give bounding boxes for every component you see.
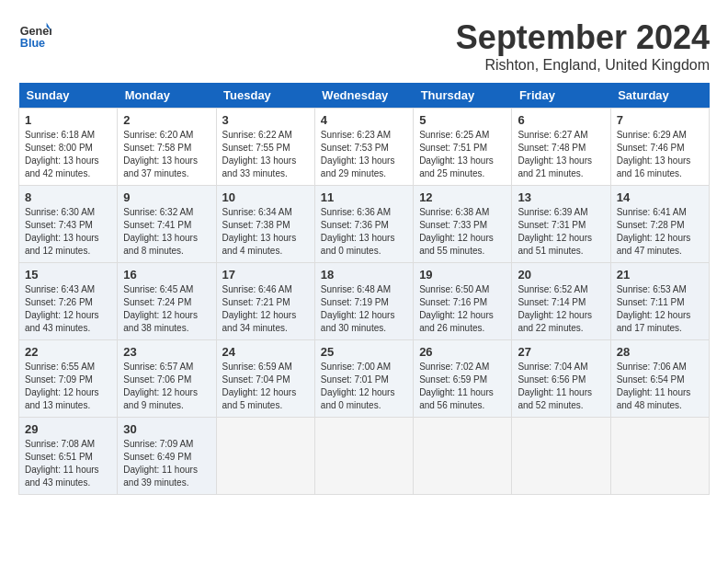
calendar-cell: 11Sunrise: 6:36 AMSunset: 7:36 PMDayligh… — [314, 186, 413, 263]
calendar-cell: 27Sunrise: 7:04 AMSunset: 6:56 PMDayligh… — [512, 340, 610, 418]
calendar-cell: 14Sunrise: 6:41 AMSunset: 7:28 PMDayligh… — [610, 186, 709, 263]
day-info: Sunrise: 6:45 AMSunset: 7:24 PMDaylight:… — [123, 283, 210, 335]
day-number: 9 — [123, 190, 210, 204]
day-info: Sunrise: 6:46 AMSunset: 7:21 PMDaylight:… — [222, 283, 309, 335]
day-info: Sunrise: 6:53 AMSunset: 7:11 PMDaylight:… — [617, 283, 703, 335]
location-title: Rishton, England, United Kingdom — [456, 57, 710, 74]
day-number: 29 — [25, 422, 111, 436]
column-header-thursday: Thursday — [414, 83, 512, 109]
calendar-cell: 25Sunrise: 7:00 AMSunset: 7:01 PMDayligh… — [314, 340, 413, 418]
day-number: 17 — [222, 268, 309, 282]
calendar-cell: 16Sunrise: 6:45 AMSunset: 7:24 PMDayligh… — [118, 263, 216, 340]
day-number: 23 — [123, 345, 210, 359]
day-number: 16 — [123, 268, 210, 282]
day-number: 2 — [123, 113, 210, 127]
calendar-cell — [414, 418, 512, 495]
day-number: 24 — [222, 345, 309, 359]
day-number: 5 — [419, 113, 506, 127]
calendar-cell: 20Sunrise: 6:52 AMSunset: 7:14 PMDayligh… — [512, 263, 610, 340]
calendar-cell: 18Sunrise: 6:48 AMSunset: 7:19 PMDayligh… — [314, 263, 413, 340]
calendar-cell: 12Sunrise: 6:38 AMSunset: 7:33 PMDayligh… — [414, 186, 512, 263]
calendar-cell: 3Sunrise: 6:22 AMSunset: 7:55 PMDaylight… — [216, 109, 314, 186]
day-info: Sunrise: 7:08 AMSunset: 6:51 PMDaylight:… — [25, 438, 111, 489]
calendar-cell: 28Sunrise: 7:06 AMSunset: 6:54 PMDayligh… — [610, 340, 709, 418]
day-info: Sunrise: 6:36 AMSunset: 7:36 PMDaylight:… — [321, 206, 407, 258]
day-info: Sunrise: 6:32 AMSunset: 7:41 PMDaylight:… — [123, 206, 210, 258]
day-info: Sunrise: 6:38 AMSunset: 7:33 PMDaylight:… — [419, 206, 506, 258]
column-header-friday: Friday — [512, 83, 610, 109]
day-number: 12 — [419, 190, 506, 204]
calendar-table: SundayMondayTuesdayWednesdayThursdayFrid… — [18, 83, 710, 495]
day-info: Sunrise: 6:48 AMSunset: 7:19 PMDaylight:… — [321, 283, 407, 335]
day-info: Sunrise: 7:06 AMSunset: 6:54 PMDaylight:… — [617, 361, 703, 412]
day-number: 20 — [518, 268, 604, 282]
day-info: Sunrise: 6:34 AMSunset: 7:38 PMDaylight:… — [222, 206, 309, 258]
column-header-sunday: Sunday — [19, 83, 118, 109]
svg-text:Blue: Blue — [20, 37, 45, 50]
calendar-week-5: 29Sunrise: 7:08 AMSunset: 6:51 PMDayligh… — [19, 418, 710, 495]
day-number: 25 — [321, 345, 407, 359]
logo-icon: General Blue — [18, 18, 51, 52]
day-info: Sunrise: 6:39 AMSunset: 7:31 PMDaylight:… — [518, 206, 604, 258]
day-info: Sunrise: 7:02 AMSunset: 6:59 PMDaylight:… — [419, 361, 506, 412]
calendar-week-4: 22Sunrise: 6:55 AMSunset: 7:09 PMDayligh… — [19, 340, 710, 418]
day-info: Sunrise: 6:43 AMSunset: 7:26 PMDaylight:… — [25, 283, 111, 335]
day-number: 4 — [321, 113, 407, 127]
day-info: Sunrise: 7:00 AMSunset: 7:01 PMDaylight:… — [321, 361, 407, 412]
day-info: Sunrise: 6:57 AMSunset: 7:06 PMDaylight:… — [123, 361, 210, 412]
calendar-cell — [610, 418, 709, 495]
calendar-cell: 24Sunrise: 6:59 AMSunset: 7:04 PMDayligh… — [216, 340, 314, 418]
header: General Blue September 2024 Rishton, Eng… — [18, 18, 710, 74]
column-header-monday: Monday — [118, 83, 216, 109]
day-info: Sunrise: 6:55 AMSunset: 7:09 PMDaylight:… — [25, 361, 111, 412]
day-number: 8 — [25, 190, 111, 204]
calendar-week-1: 1Sunrise: 6:18 AMSunset: 8:00 PMDaylight… — [19, 109, 710, 186]
calendar-body: 1Sunrise: 6:18 AMSunset: 8:00 PMDaylight… — [19, 109, 710, 495]
day-info: Sunrise: 6:41 AMSunset: 7:28 PMDaylight:… — [617, 206, 703, 258]
title-area: September 2024 Rishton, England, United … — [456, 18, 710, 74]
day-info: Sunrise: 7:04 AMSunset: 6:56 PMDaylight:… — [518, 361, 604, 412]
calendar-cell: 6Sunrise: 6:27 AMSunset: 7:48 PMDaylight… — [512, 109, 610, 186]
calendar-cell: 13Sunrise: 6:39 AMSunset: 7:31 PMDayligh… — [512, 186, 610, 263]
calendar-cell: 29Sunrise: 7:08 AMSunset: 6:51 PMDayligh… — [19, 418, 118, 495]
calendar-cell — [216, 418, 314, 495]
calendar-cell: 7Sunrise: 6:29 AMSunset: 7:46 PMDaylight… — [610, 109, 709, 186]
day-number: 18 — [321, 268, 407, 282]
day-info: Sunrise: 6:18 AMSunset: 8:00 PMDaylight:… — [25, 129, 111, 180]
day-number: 21 — [617, 268, 703, 282]
calendar-cell: 4Sunrise: 6:23 AMSunset: 7:53 PMDaylight… — [314, 109, 413, 186]
column-header-tuesday: Tuesday — [216, 83, 314, 109]
day-info: Sunrise: 7:09 AMSunset: 6:49 PMDaylight:… — [123, 438, 210, 489]
day-info: Sunrise: 6:25 AMSunset: 7:51 PMDaylight:… — [419, 129, 506, 180]
day-number: 1 — [25, 113, 111, 127]
day-number: 30 — [123, 422, 210, 436]
day-number: 27 — [518, 345, 604, 359]
day-info: Sunrise: 6:22 AMSunset: 7:55 PMDaylight:… — [222, 129, 309, 180]
day-number: 6 — [518, 113, 604, 127]
day-info: Sunrise: 6:23 AMSunset: 7:53 PMDaylight:… — [321, 129, 407, 180]
logo: General Blue — [18, 18, 51, 52]
day-number: 28 — [617, 345, 703, 359]
day-info: Sunrise: 6:20 AMSunset: 7:58 PMDaylight:… — [123, 129, 210, 180]
day-number: 14 — [617, 190, 703, 204]
calendar-cell: 26Sunrise: 7:02 AMSunset: 6:59 PMDayligh… — [414, 340, 512, 418]
day-info: Sunrise: 6:59 AMSunset: 7:04 PMDaylight:… — [222, 361, 309, 412]
calendar-cell: 5Sunrise: 6:25 AMSunset: 7:51 PMDaylight… — [414, 109, 512, 186]
day-number: 26 — [419, 345, 506, 359]
calendar-cell: 15Sunrise: 6:43 AMSunset: 7:26 PMDayligh… — [19, 263, 118, 340]
day-number: 10 — [222, 190, 309, 204]
calendar-week-3: 15Sunrise: 6:43 AMSunset: 7:26 PMDayligh… — [19, 263, 710, 340]
calendar-cell: 9Sunrise: 6:32 AMSunset: 7:41 PMDaylight… — [118, 186, 216, 263]
day-info: Sunrise: 6:50 AMSunset: 7:16 PMDaylight:… — [419, 283, 506, 335]
day-number: 13 — [518, 190, 604, 204]
column-header-saturday: Saturday — [610, 83, 709, 109]
calendar-cell: 22Sunrise: 6:55 AMSunset: 7:09 PMDayligh… — [19, 340, 118, 418]
calendar-cell — [314, 418, 413, 495]
calendar-cell: 17Sunrise: 6:46 AMSunset: 7:21 PMDayligh… — [216, 263, 314, 340]
day-info: Sunrise: 6:29 AMSunset: 7:46 PMDaylight:… — [617, 129, 703, 180]
calendar-cell — [512, 418, 610, 495]
calendar-cell: 23Sunrise: 6:57 AMSunset: 7:06 PMDayligh… — [118, 340, 216, 418]
calendar-header-row: SundayMondayTuesdayWednesdayThursdayFrid… — [19, 83, 710, 109]
calendar-cell: 30Sunrise: 7:09 AMSunset: 6:49 PMDayligh… — [118, 418, 216, 495]
day-number: 19 — [419, 268, 506, 282]
